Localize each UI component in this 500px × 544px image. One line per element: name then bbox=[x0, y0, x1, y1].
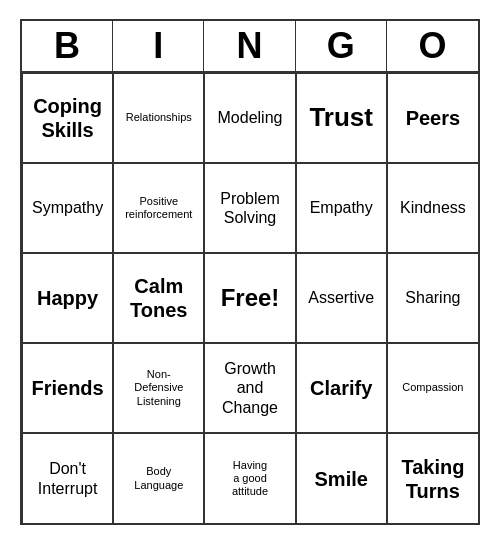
header-letter: O bbox=[387, 21, 478, 71]
bingo-cell: Relationships bbox=[113, 73, 204, 163]
bingo-cell: GrowthandChange bbox=[204, 343, 295, 433]
bingo-cell: Clarify bbox=[296, 343, 387, 433]
header-letter: N bbox=[204, 21, 295, 71]
cell-text: Sharing bbox=[405, 288, 460, 307]
cell-text: Sympathy bbox=[32, 198, 103, 217]
cell-text: TakingTurns bbox=[401, 455, 464, 503]
bingo-cell: Compassion bbox=[387, 343, 478, 433]
bingo-cell: Kindness bbox=[387, 163, 478, 253]
header-letter: B bbox=[22, 21, 113, 71]
cell-text: Trust bbox=[309, 102, 373, 133]
bingo-cell: Sharing bbox=[387, 253, 478, 343]
bingo-cell: Sympathy bbox=[22, 163, 113, 253]
bingo-cell: Friends bbox=[22, 343, 113, 433]
bingo-cell: Modeling bbox=[204, 73, 295, 163]
cell-text: Kindness bbox=[400, 198, 466, 217]
header-letter: G bbox=[296, 21, 387, 71]
bingo-cell: CalmTones bbox=[113, 253, 204, 343]
cell-text: Compassion bbox=[402, 381, 463, 394]
bingo-cell: ProblemSolving bbox=[204, 163, 295, 253]
bingo-cell: BodyLanguage bbox=[113, 433, 204, 523]
cell-text: GrowthandChange bbox=[222, 359, 278, 417]
bingo-cell: Assertive bbox=[296, 253, 387, 343]
cell-text: Happy bbox=[37, 286, 98, 310]
cell-text: Relationships bbox=[126, 111, 192, 124]
bingo-cell: Happy bbox=[22, 253, 113, 343]
cell-text: Don'tInterrupt bbox=[38, 459, 98, 497]
cell-text: BodyLanguage bbox=[134, 465, 183, 491]
bingo-cell: Positivereinforcement bbox=[113, 163, 204, 253]
bingo-header: BINGO bbox=[22, 21, 478, 73]
bingo-cell: Peers bbox=[387, 73, 478, 163]
cell-text: CopingSkills bbox=[33, 94, 102, 142]
cell-text: Smile bbox=[315, 467, 368, 491]
bingo-cell: CopingSkills bbox=[22, 73, 113, 163]
bingo-cell: Non-DefensiveListening bbox=[113, 343, 204, 433]
cell-text: Friends bbox=[31, 376, 103, 400]
header-letter: I bbox=[113, 21, 204, 71]
bingo-cell: TakingTurns bbox=[387, 433, 478, 523]
bingo-cell: Don'tInterrupt bbox=[22, 433, 113, 523]
cell-text: ProblemSolving bbox=[220, 189, 280, 227]
cell-text: Assertive bbox=[308, 288, 374, 307]
cell-text: Non-DefensiveListening bbox=[134, 368, 183, 408]
bingo-cell: Havinga goodattitude bbox=[204, 433, 295, 523]
cell-text: Empathy bbox=[310, 198, 373, 217]
cell-text: Peers bbox=[406, 106, 461, 130]
bingo-cell: Trust bbox=[296, 73, 387, 163]
bingo-cell: Empathy bbox=[296, 163, 387, 253]
bingo-cell: Smile bbox=[296, 433, 387, 523]
bingo-cell: Free! bbox=[204, 253, 295, 343]
bingo-grid: CopingSkillsRelationshipsModelingTrustPe… bbox=[22, 73, 478, 523]
bingo-card: BINGO CopingSkillsRelationshipsModelingT… bbox=[20, 19, 480, 525]
cell-text: CalmTones bbox=[130, 274, 187, 322]
cell-text: Positivereinforcement bbox=[125, 195, 192, 221]
cell-text: Havinga goodattitude bbox=[232, 459, 268, 499]
cell-text: Modeling bbox=[218, 108, 283, 127]
cell-text: Clarify bbox=[310, 376, 372, 400]
cell-text: Free! bbox=[221, 284, 280, 313]
